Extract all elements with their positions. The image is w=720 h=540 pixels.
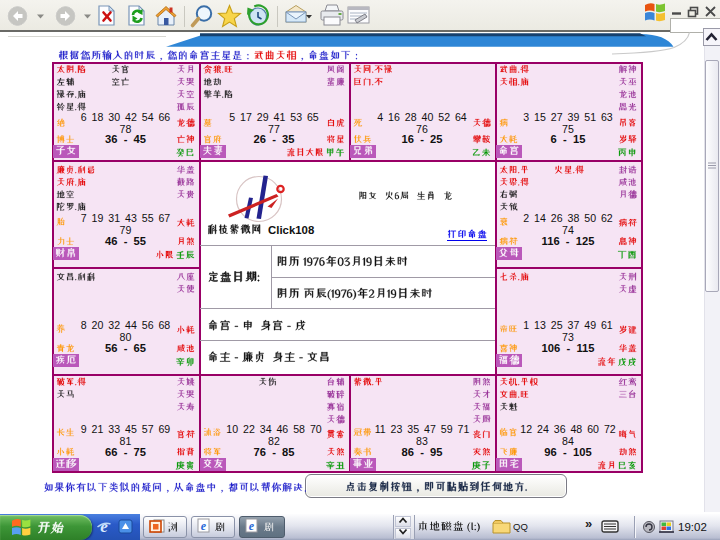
svg-text:10 22 34 46 58 70: 10 22 34 46 58 70 [226,423,322,435]
svg-text:QQ: QQ [513,521,528,532]
svg-text:116 - 125: 116 - 125 [542,235,595,247]
svg-text:36 - 45: 36 - 45 [105,133,146,145]
svg-text:6 - 15: 6 - 15 [551,133,586,145]
svg-text:11 23 35 47 59 71: 11 23 35 47 59 71 [375,423,470,435]
svg-text:106 - 115: 106 - 115 [542,342,595,354]
svg-text:1 13 25 37 49 61: 1 13 25 37 49 61 [523,319,613,331]
svg-text:»: » [585,516,592,531]
svg-text:96 - 105: 96 - 105 [544,446,591,458]
svg-text:e: e [249,519,255,533]
svg-text:e: e [201,519,207,533]
svg-text:6 18 30 42 54 66: 6 18 30 42 54 66 [81,111,171,123]
svg-text:56 - 65: 56 - 65 [105,342,146,354]
svg-text:8 20 32 44 56 68: 8 20 32 44 56 68 [81,319,171,331]
svg-text:2 14 26 38 50 62: 2 14 26 38 50 62 [523,212,613,224]
svg-text:12 24 36 48 60 72: 12 24 36 48 60 72 [520,423,616,435]
svg-text:5 17 29 41 53 65: 5 17 29 41 53 65 [229,111,319,123]
svg-text:e: e [100,517,108,536]
svg-text:46 - 55: 46 - 55 [105,235,146,247]
svg-text:7 19 31 43 55 67: 7 19 31 43 55 67 [81,212,171,224]
svg-text:76 - 85: 76 - 85 [253,446,294,458]
svg-text:66 - 75: 66 - 75 [105,446,146,458]
svg-text:19:02: 19:02 [678,521,707,533]
svg-text:86 - 95: 86 - 95 [401,446,442,458]
svg-text:16 - 25: 16 - 25 [401,133,442,145]
svg-text:26 - 35: 26 - 35 [253,133,294,145]
svg-text:9 21 33 45 57 69: 9 21 33 45 57 69 [81,423,171,435]
svg-text:Click108: Click108 [268,224,314,236]
svg-text:3 15 27 39 51 63: 3 15 27 39 51 63 [523,111,613,123]
svg-text:4 16 28 40 52 64: 4 16 28 40 52 64 [377,111,467,123]
